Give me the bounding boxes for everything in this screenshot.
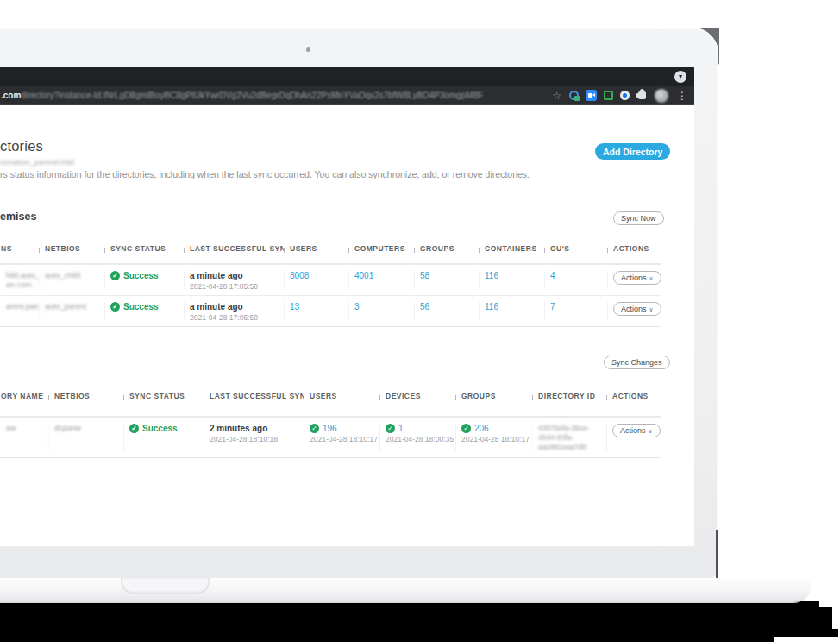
directory-id-cell: 4307befa-2bce- 4044-93fa- aac881eaa7d0 — [532, 418, 606, 457]
url-domain: .com — [1, 91, 21, 100]
success-check-icon: ✓ — [110, 302, 120, 312]
computers-cell: 4001 — [348, 265, 414, 295]
users-cell: ✓196 2021-04-28 18:10:17 — [304, 418, 379, 457]
column-header: USERS — [284, 244, 348, 253]
success-check-icon: ✓ — [110, 271, 120, 280]
actions-cell: Actions ∨ — [606, 418, 661, 457]
column-header: CONTAINERS — [479, 244, 544, 253]
groups-count-link[interactable]: 56 — [420, 302, 429, 312]
page-description: rs status information for the directorie… — [0, 169, 530, 179]
sync-changes-button[interactable]: Sync Changes — [604, 356, 670, 369]
column-header: NS — [0, 244, 39, 253]
containers-count-link[interactable]: 116 — [485, 271, 498, 280]
column-header: LAST SUCCESSFUL SYNC — [184, 244, 284, 253]
column-header: GROUPS — [414, 244, 479, 253]
success-check-icon: ✓ — [129, 424, 139, 433]
devices-count-link[interactable]: 1 — [398, 424, 404, 433]
actions-cell: Actions ∨ — [607, 265, 661, 295]
domain-cell: arent.pan. — [0, 296, 39, 326]
column-header: SYNC STATUS — [104, 244, 184, 253]
containers-cell: 116 — [479, 296, 544, 326]
last-sync-cell: 2 minutes ago 2021-04-28 18:10:18 — [204, 418, 304, 457]
chevron-down-icon: ∨ — [649, 275, 654, 282]
clock-extension-icon[interactable] — [569, 91, 579, 100]
groups-cell: ✓206 2021-04-28 18:10:17 — [455, 418, 532, 457]
chevron-down-icon: ∨ — [649, 428, 653, 435]
table-row: hild.auto_p an.com auto_child ✓Success a… — [0, 264, 661, 295]
sync-status-cell: ✓Success — [104, 296, 184, 326]
users-cell: 8008 — [284, 265, 348, 295]
agent-table-header: ORY NAME NETBIOS SYNC STATUS LAST SUCCES… — [0, 376, 661, 417]
bookmark-star-icon[interactable]: ☆ — [552, 90, 561, 102]
success-check-icon: ✓ — [310, 424, 319, 433]
laptop-shadow — [0, 637, 774, 642]
groups-cell: 58 — [414, 265, 479, 295]
webcam-dot — [306, 47, 310, 52]
column-header: GROUPS — [455, 392, 532, 400]
column-header: ACTIONS — [607, 244, 661, 253]
browser-menu-icon[interactable]: ⋮ — [675, 91, 689, 101]
column-header: ORY NAME — [0, 392, 48, 400]
column-header: DEVICES — [379, 392, 455, 400]
profile-avatar[interactable] — [655, 89, 668, 103]
ous-count-link[interactable]: 7 — [550, 302, 555, 312]
computers-count-link[interactable]: 4001 — [354, 271, 373, 280]
netbios-cell: dcpanw — [48, 418, 123, 457]
lid-base-seam — [716, 530, 718, 578]
laptop-base — [0, 578, 811, 602]
laptop-shadow — [759, 629, 838, 637]
groups-count-link[interactable]: 206 — [474, 424, 489, 433]
sync-now-button[interactable]: Sync Now — [613, 211, 664, 225]
extensions-puzzle-icon[interactable] — [638, 91, 646, 99]
column-header: OU'S — [544, 244, 607, 253]
actions-button[interactable]: Actions ∨ — [613, 271, 661, 285]
actions-button[interactable]: Actions ∨ — [613, 302, 661, 316]
column-header: COMPUTERS — [348, 244, 414, 253]
column-header: LAST SUCCESSFUL SYNC — [204, 392, 304, 400]
column-header: NETBIOS — [39, 244, 104, 253]
laptop-base-notch — [121, 578, 210, 594]
domain-cell: hild.auto_p an.com — [0, 265, 39, 295]
org-name-blurred: tomation_parent/child — [0, 158, 74, 167]
groups-count-link[interactable]: 58 — [420, 271, 429, 280]
groups-cell: 56 — [414, 296, 479, 326]
add-directory-button[interactable]: Add Directory — [595, 143, 670, 160]
netbios-cell: auto_parent — [39, 296, 104, 326]
tab-search-button[interactable]: ▾ — [674, 71, 686, 83]
video-extension-icon[interactable] — [586, 90, 597, 101]
ous-cell: 4 — [544, 265, 607, 295]
computers-count-link[interactable]: 3 — [354, 302, 360, 312]
table-row: aw dcpanw ✓Success 2 minutes ago 2021-04… — [0, 417, 661, 457]
actions-button[interactable]: Actions ∨ — [612, 424, 661, 437]
browser-window: ▾ .comdirectory?instance-Id.INrLgD8gmlBo… — [0, 67, 694, 546]
users-count-link[interactable]: 196 — [323, 424, 337, 433]
extension-icons: ⋮ — [569, 89, 689, 103]
column-header: DIRECTORY ID — [532, 392, 606, 400]
success-check-icon: ✓ — [461, 424, 471, 433]
ous-cell: 7 — [544, 296, 607, 326]
directory-name-cell: aw — [0, 418, 48, 457]
agent-table: ORY NAME NETBIOS SYNC STATUS LAST SUCCES… — [0, 376, 661, 458]
screenshot-extension-icon[interactable] — [604, 91, 613, 100]
laptop-mockup: ▾ .comdirectory?instance-Id.INrLgD8gmlBo… — [0, 0, 840, 642]
users-count-link[interactable]: 8008 — [290, 271, 309, 280]
users-cell: 13 — [284, 296, 348, 326]
last-sync-cell: a minute ago 2021-04-28 17:05:50 — [184, 265, 284, 295]
browser-toolbar: .comdirectory?instance-Id.INrLgD8gmlBoyB… — [0, 86, 694, 105]
onprem-table: NS NETBIOS SYNC STATUS LAST SUCCESSFUL S… — [0, 233, 661, 327]
sync-status-cell: ✓Success — [123, 418, 204, 457]
ous-count-link[interactable]: 4 — [550, 271, 555, 280]
onprem-table-header: NS NETBIOS SYNC STATUS LAST SUCCESSFUL S… — [0, 233, 661, 264]
containers-cell: 116 — [479, 265, 544, 295]
users-count-link[interactable]: 13 — [290, 302, 299, 312]
url-bar[interactable]: .comdirectory?instance-Id.INrLgD8gmlBoyB… — [0, 91, 547, 100]
directories-page: ctories tomation_parent/child rs status … — [0, 105, 694, 546]
last-sync-cell: a minute ago 2021-04-28 17:05:50 — [184, 296, 284, 326]
dot-extension-icon[interactable] — [620, 91, 630, 100]
sync-now-label: Sync Now — [621, 214, 656, 223]
success-check-icon: ✓ — [386, 424, 395, 433]
laptop-shadow — [819, 607, 832, 629]
column-header: SYNC STATUS — [123, 392, 204, 400]
chevron-down-icon: ∨ — [649, 306, 654, 313]
containers-count-link[interactable]: 116 — [485, 302, 498, 312]
